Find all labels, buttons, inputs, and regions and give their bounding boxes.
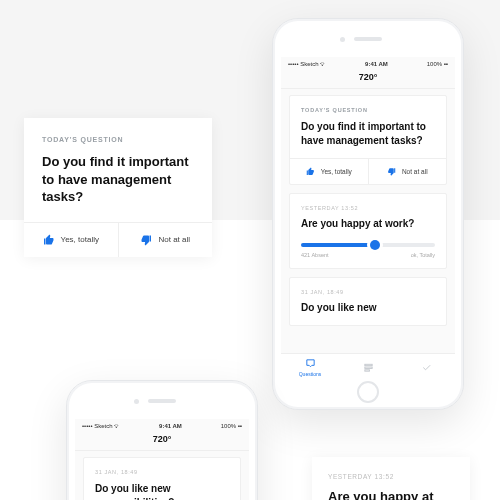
answer-yes-button[interactable]: Yes, totally [290, 159, 368, 184]
card-question: Do you find it important to have managem… [42, 153, 194, 206]
slider-min-label: 421 Absent [301, 252, 329, 258]
tab-questions[interactable]: Questions [281, 354, 339, 381]
feed-card-stars: 31 JAN, 18:49 Do you like new responsibi… [83, 457, 241, 500]
question-card-standalone: TODAY'S QUESTION Do you find it importan… [24, 118, 212, 257]
card-question: Do you like new responsibilities? [95, 482, 229, 500]
card-eyebrow: TODAY'S QUESTION [301, 107, 435, 113]
answer-yes-label: Yes, totally [61, 235, 99, 244]
card-eyebrow: TODAY'S QUESTION [42, 136, 194, 143]
card-question: Do you like new [301, 301, 435, 315]
status-time: 9:41 AM [365, 61, 388, 67]
phone-camera [134, 399, 139, 404]
chat-icon [305, 358, 316, 369]
answer-yes-button[interactable]: Yes, totally [24, 223, 118, 257]
phone-mockup-right: ••••• Sketch ᯤ 9:41 AM 100% ▪▪ 720° TODA… [272, 18, 464, 410]
tab-bar: Questions [281, 353, 455, 381]
feed[interactable]: TODAY'S QUESTION Do you find it importan… [281, 89, 455, 332]
status-left: ••••• Sketch ᯤ [288, 61, 326, 67]
phone-screen: ••••• Sketch ᯤ 9:41 AM 100% ▪▪ 720° TODA… [281, 57, 455, 381]
status-left: ••••• Sketch ᯤ [82, 423, 120, 429]
answer-no-label: Not at all [402, 168, 428, 175]
card-question: Do you find it important to have managem… [301, 120, 435, 147]
thumb-down-icon [140, 234, 152, 246]
svg-rect-1 [364, 367, 371, 368]
svg-rect-2 [364, 370, 369, 371]
list-icon [363, 362, 374, 373]
tab-second[interactable] [339, 354, 397, 381]
home-button[interactable] [357, 381, 379, 403]
card-question: Are you happy at work? [301, 217, 435, 231]
card-meta: 31 JAN, 18:49 [95, 469, 229, 475]
feed[interactable]: 31 JAN, 18:49 Do you like new responsibi… [75, 451, 249, 500]
status-bar: ••••• Sketch ᯤ 9:41 AM 100% ▪▪ [75, 419, 249, 431]
feed-card-partial: 31 JAN, 18:49 Do you like new [289, 277, 447, 327]
card-meta: YESTERDAY 13:52 [328, 473, 454, 480]
status-bar: ••••• Sketch ᯤ 9:41 AM 100% ▪▪ [281, 57, 455, 69]
nav-title: 720° [281, 69, 455, 89]
phone-speaker [148, 399, 176, 403]
thumb-down-icon [387, 167, 396, 176]
answer-yes-label: Yes, totally [321, 168, 352, 175]
check-icon [421, 362, 432, 373]
answer-row: Yes, totally Not at all [24, 222, 212, 257]
slider-fill [301, 243, 375, 247]
tab-third[interactable] [397, 354, 455, 381]
mood-slider[interactable] [301, 243, 435, 247]
thumb-up-icon [306, 167, 315, 176]
status-right: 100% ▪▪ [221, 423, 242, 429]
nav-title: 720° [75, 431, 249, 451]
answer-no-button[interactable]: Not at all [368, 159, 447, 184]
tab-label: Questions [299, 371, 322, 377]
slider-knob[interactable] [370, 240, 380, 250]
card-question: Are you happy at [328, 488, 454, 500]
status-time: 9:41 AM [159, 423, 182, 429]
phone-screen: ••••• Sketch ᯤ 9:41 AM 100% ▪▪ 720° 31 J… [75, 419, 249, 500]
phone-mockup-left: ••••• Sketch ᯤ 9:41 AM 100% ▪▪ 720° 31 J… [66, 380, 258, 500]
slider-max-label: ok, Totally [411, 252, 435, 258]
slider-labels: 421 Absent ok, Totally [301, 252, 435, 268]
feed-card-today: TODAY'S QUESTION Do you find it importan… [289, 95, 447, 185]
svg-rect-0 [364, 364, 371, 365]
feed-card-slider: YESTERDAY 13:52 Are you happy at work? 4… [289, 193, 447, 269]
thumb-up-icon [43, 234, 55, 246]
phone-camera [340, 37, 345, 42]
answer-no-label: Not at all [158, 235, 190, 244]
answer-row: Yes, totally Not at all [290, 158, 446, 184]
card-meta: YESTERDAY 13:52 [301, 205, 435, 211]
answer-no-button[interactable]: Not at all [118, 223, 213, 257]
status-right: 100% ▪▪ [427, 61, 448, 67]
phone-speaker [354, 37, 382, 41]
question-card-bottom: YESTERDAY 13:52 Are you happy at [312, 457, 470, 500]
card-meta: 31 JAN, 18:49 [301, 289, 435, 295]
